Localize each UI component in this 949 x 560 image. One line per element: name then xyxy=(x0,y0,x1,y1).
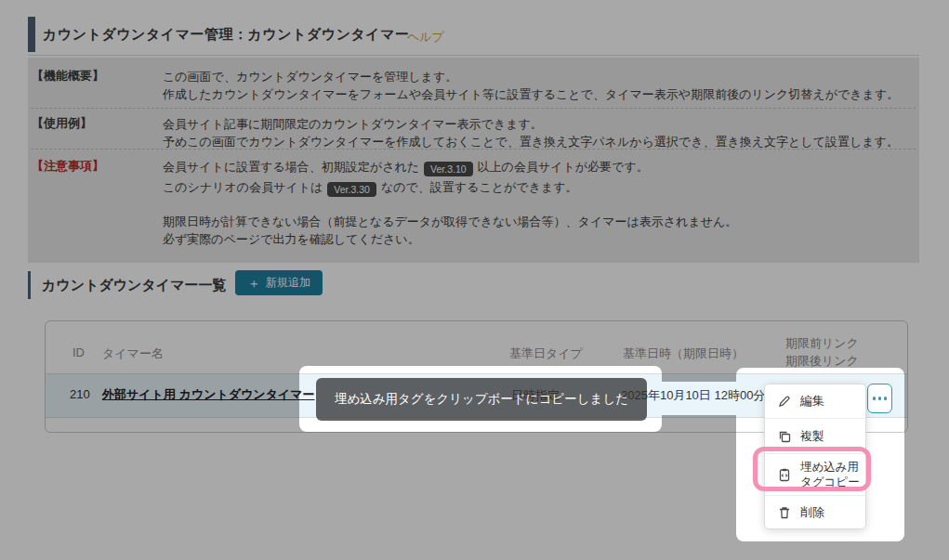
menu-item-duplicate-label: 複製 xyxy=(800,428,824,445)
row-timer-name-link[interactable]: 外部サイト用 カウントダウンタイマー xyxy=(102,386,315,403)
usage-label: 【使用例】 xyxy=(32,115,92,132)
ellipsis-icon xyxy=(884,397,888,400)
notice-line-4: 必ず実際のページで出力を確認してください。 xyxy=(163,230,420,248)
notice-line-1-text: 会員サイトに設置する場合、初期設定がされた xyxy=(163,160,419,174)
embed-label-line-1: 埋め込み用 xyxy=(800,461,859,474)
notice-line-2-text: このシナリオの会員サイトは xyxy=(163,180,323,194)
trash-icon xyxy=(777,505,792,520)
info-box: 【機能概要】 この画面で、カウントダウンタイマーを管理します。 作成したカウント… xyxy=(28,58,919,263)
column-header-name: タイマー名 xyxy=(102,345,164,362)
header-divider xyxy=(28,55,919,56)
title-accent-bar xyxy=(28,17,35,52)
overview-line-1: この画面で、カウントダウンタイマーを管理します。 xyxy=(163,68,457,85)
column-header-id: ID xyxy=(72,345,85,359)
embed-tag-icon xyxy=(777,467,792,482)
plus-icon: ＋ xyxy=(247,277,260,290)
duplicate-icon xyxy=(777,429,792,444)
help-link[interactable]: ヘルプ xyxy=(407,29,444,46)
usage-line-1: 会員サイト記事に期間限定のカウントダウンタイマー表示できます。 xyxy=(163,115,543,133)
info-separator xyxy=(31,108,916,109)
toast-message: 埋め込み用タグをクリップボードにコピーしました xyxy=(335,391,628,408)
column-header-base-type: 基準日タイプ xyxy=(509,345,583,362)
notice-line-2: このシナリオの会員サイトはVer.3.30なので、設置することができます。 xyxy=(163,178,578,197)
row-actions-button[interactable] xyxy=(867,384,892,413)
notice-label: 【注意事項】 xyxy=(32,158,104,175)
menu-item-duplicate[interactable]: 複製 xyxy=(765,419,865,454)
notice-line-1-text2: 以上の会員サイトが必要です。 xyxy=(478,160,649,174)
column-header-base-datetime: 基準日時（期限日時） xyxy=(623,345,744,362)
version-badge: Ver.3.10 xyxy=(424,162,473,176)
embed-label-line-2: タグコピー xyxy=(800,475,860,488)
add-new-button[interactable]: ＋ 新規追加 xyxy=(235,270,323,295)
notice-line-1: 会員サイトに設置する場合、初期設定がされたVer.3.10以上の会員サイトが必要… xyxy=(163,158,649,176)
column-header-link-before: 期限前リンク xyxy=(785,335,859,352)
menu-item-delete-label: 削除 xyxy=(800,504,824,521)
notice-line-2-text2: なので、設置することができます。 xyxy=(381,180,578,194)
section-accent-bar xyxy=(28,271,31,299)
page: カウントダウンタイマー管理：カウントダウンタイマー ヘルプ 【機能概要】 この画… xyxy=(0,0,949,560)
toast-notification: 埋め込み用タグをクリップボードにコピーしました xyxy=(316,378,647,421)
version-badge: Ver.3.30 xyxy=(327,182,376,197)
notice-line-3: 期限日時が計算できない場合（前提となるデータが取得できない場合等）、タイマーは表… xyxy=(163,213,737,230)
ellipsis-icon xyxy=(878,397,882,400)
add-new-button-label: 新規追加 xyxy=(266,275,310,291)
menu-item-embed-tag-copy-label: 埋め込み用 タグコピー xyxy=(800,460,860,489)
overview-line-2: 作成したカウントダウンタイマーをフォームや会員サイト等に設置することで、タイマー… xyxy=(163,85,899,103)
column-header-link-after: 期限後リンク xyxy=(785,353,859,370)
menu-item-embed-tag-copy[interactable]: 埋め込み用 タグコピー xyxy=(765,454,865,496)
overview-label: 【機能概要】 xyxy=(32,68,104,85)
row-id: 210 xyxy=(70,387,90,401)
menu-item-edit-label: 編集 xyxy=(800,393,824,410)
menu-item-edit[interactable]: 編集 xyxy=(765,384,865,419)
ellipsis-icon xyxy=(873,397,877,400)
menu-item-delete[interactable]: 削除 xyxy=(765,496,865,528)
page-title: カウントダウンタイマー管理：カウントダウンタイマー xyxy=(43,26,410,44)
pencil-icon xyxy=(777,394,792,409)
section-title: カウントダウンタイマー一覧 xyxy=(42,277,227,294)
row-context-menu: 編集 複製 埋め込み用 タグコピー 削除 xyxy=(764,384,866,529)
info-separator xyxy=(31,149,916,150)
